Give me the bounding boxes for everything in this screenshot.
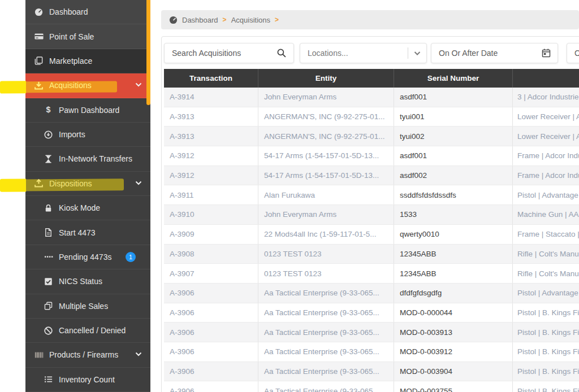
transaction-link[interactable]: A-3914 bbox=[164, 88, 258, 107]
entity-link[interactable]: 0123 TEST 0123 bbox=[258, 264, 394, 283]
entity-link[interactable]: John Everyman Arms bbox=[258, 205, 394, 224]
transaction-link[interactable]: A-3906 bbox=[164, 303, 258, 323]
table-row: A-3906Aa Tactical Enterprise (9-33-065..… bbox=[164, 342, 579, 362]
sidebar-item-dispositions[interactable]: Dispositions bbox=[25, 172, 150, 196]
item-description-link[interactable]: Machine Gun | AAC bbox=[513, 205, 579, 224]
download-icon bbox=[33, 80, 44, 90]
table-header: Transaction Entity Serial Number bbox=[164, 69, 579, 88]
breadcrumb-dashboard[interactable]: Dashboard bbox=[182, 16, 218, 24]
entity-link[interactable]: John Everyman Arms bbox=[258, 88, 394, 107]
transaction-link[interactable]: A-3906 bbox=[164, 323, 258, 342]
transaction-link[interactable]: A-3913 bbox=[164, 107, 258, 127]
search-icon[interactable] bbox=[276, 48, 287, 58]
transaction-link[interactable]: A-3908 bbox=[164, 245, 258, 264]
transaction-link[interactable]: A-3907 bbox=[164, 264, 258, 283]
entity-link[interactable]: 22 Mods4all Inc (1-59-117-01-5... bbox=[258, 225, 394, 244]
table-row: A-3906Aa Tactical Enterprise (9-33-065..… bbox=[164, 284, 579, 303]
calendar-icon[interactable] bbox=[541, 48, 551, 58]
column-header-transaction[interactable]: Transaction bbox=[164, 69, 258, 88]
item-description-link[interactable]: Pistol | B. Kings Fi bbox=[513, 362, 579, 381]
sidebar-item-label: Pending 4473s bbox=[59, 252, 111, 262]
entity-link[interactable]: ANGERMAN'S, INC (9-92-275-01... bbox=[258, 127, 394, 146]
sidebar-item-start-4473[interactable]: Start 4473 bbox=[25, 220, 150, 245]
locations-placeholder: Locations... bbox=[308, 49, 348, 58]
entity-link[interactable]: 0123 TEST 0123 bbox=[258, 245, 394, 264]
sidebar-item-marketplace[interactable]: Marketplace bbox=[25, 49, 150, 73]
chevron-down-icon[interactable] bbox=[413, 49, 422, 58]
sidebar-item-label: Acquisitions bbox=[49, 81, 92, 90]
item-description-link[interactable]: Lower Receiver | A bbox=[513, 127, 579, 146]
sidebar-item-inventory-count[interactable]: Inventory Count bbox=[25, 368, 150, 392]
entity-link[interactable]: Aa Tactical Enterprise (9-33-065... bbox=[258, 303, 394, 323]
chevron-right-icon: > bbox=[275, 16, 279, 24]
entity-link[interactable]: Aa Tactical Enterprise (9-33-065... bbox=[258, 342, 394, 361]
transaction-link[interactable]: A-3906 bbox=[164, 342, 258, 361]
entity-link[interactable]: Aa Tactical Enterprise (9-33-065... bbox=[258, 362, 394, 381]
item-description-link[interactable]: Frame | Adcor Indu bbox=[513, 166, 579, 185]
sidebar-item-nics-status[interactable]: NICS Status bbox=[25, 269, 150, 294]
column-header-entity[interactable]: Entity bbox=[258, 69, 394, 88]
sidebar-item-label: Products / Firearms bbox=[49, 350, 118, 359]
column-header-serial-number[interactable]: Serial Number bbox=[394, 69, 513, 88]
sidebar-item-in-network-transfers[interactable]: In-Network Transfers bbox=[25, 147, 150, 171]
copy-icon bbox=[43, 301, 54, 311]
sidebar-scrollbar-thumb[interactable] bbox=[146, 0, 150, 105]
transaction-link[interactable]: A-3912 bbox=[164, 166, 258, 185]
transaction-link[interactable]: A-3906 bbox=[164, 284, 258, 303]
sidebar: DashboardPoint of SaleMarketplaceAcquisi… bbox=[25, 0, 150, 392]
transaction-link[interactable]: A-3906 bbox=[164, 381, 258, 392]
entity-link[interactable]: 54-17 Arms (1-54-157-01-5D-13... bbox=[258, 146, 394, 165]
sidebar-item-label: Imports bbox=[59, 130, 85, 139]
sidebar-item-pending-4473s[interactable]: Pending 4473s1 bbox=[25, 245, 150, 269]
sidebar-item-multiple-sales[interactable]: Multiple Sales bbox=[25, 294, 150, 319]
sidebar-item-acquisitions[interactable]: Acquisitions bbox=[25, 73, 150, 98]
serial-number-cell: MOD-0-000044 bbox=[394, 303, 513, 323]
sidebar-item-kiosk-mode[interactable]: Kiosk Mode bbox=[25, 196, 150, 220]
item-description-link[interactable]: Pistol | Advantage bbox=[513, 185, 579, 204]
item-description-link[interactable]: Frame | Adcor Indu bbox=[513, 146, 579, 165]
sidebar-item-cancelled-denied[interactable]: Cancelled / Denied bbox=[25, 319, 150, 343]
transaction-link[interactable]: A-3909 bbox=[164, 225, 258, 244]
transaction-link[interactable]: A-3910 bbox=[164, 205, 258, 224]
item-description-link[interactable]: Rifle | Colt's Manu bbox=[513, 245, 579, 264]
item-description-link[interactable]: Pistol | B. Kings Fi bbox=[513, 303, 579, 323]
sidebar-item-label: Kiosk Mode bbox=[59, 203, 100, 212]
on-or-after-date-box bbox=[431, 43, 558, 63]
transaction-link[interactable]: A-3913 bbox=[164, 127, 258, 146]
locations-select[interactable]: Locations... bbox=[300, 43, 427, 63]
sidebar-item-point-of-sale[interactable]: Point of Sale bbox=[25, 24, 150, 49]
breadcrumb-acquisitions[interactable]: Acquisitions bbox=[231, 16, 270, 24]
item-description-link[interactable]: Pistol | B. Kings Fi bbox=[513, 381, 579, 392]
item-description-link[interactable]: Pistol | B. Kings Fi bbox=[513, 323, 579, 342]
entity-link[interactable]: ANGERMAN'S, INC (9-92-275-01... bbox=[258, 107, 394, 127]
item-description-link[interactable]: Pistol | Advantage bbox=[513, 284, 579, 303]
entity-link[interactable]: Aa Tactical Enterprise (9-33-065... bbox=[258, 323, 394, 342]
table-row: A-3910John Everyman Arms1533Machine Gun … bbox=[164, 205, 579, 225]
column-header-item[interactable] bbox=[513, 69, 579, 88]
sidebar-item-pawn-dashboard[interactable]: $Pawn Dashboard bbox=[25, 98, 150, 123]
item-description-link[interactable]: Lower Receiver | A bbox=[513, 107, 579, 127]
table-row: A-3906Aa Tactical Enterprise (9-33-065..… bbox=[164, 381, 579, 392]
svg-text:$: $ bbox=[46, 105, 51, 114]
search-input[interactable] bbox=[165, 49, 276, 58]
entity-link[interactable]: Aa Tactical Enterprise (9-33-065... bbox=[258, 284, 394, 303]
item-description-link[interactable]: Rifle | Colt's Manu bbox=[513, 264, 579, 283]
item-description-link[interactable]: 3 | Adcor Industrie bbox=[513, 88, 579, 107]
transaction-link[interactable]: A-3912 bbox=[164, 146, 258, 165]
item-description-link[interactable]: Pistol | B. Kings Fi bbox=[513, 342, 579, 361]
on-or-before-date-box[interactable]: O bbox=[567, 43, 579, 63]
entity-link[interactable]: Aa Tactical Enterprise (9-33-065... bbox=[258, 381, 394, 392]
lock-icon bbox=[43, 203, 54, 213]
transaction-link[interactable]: A-3911 bbox=[164, 185, 258, 204]
item-description-link[interactable]: Frame | Staccato | bbox=[513, 225, 579, 244]
sidebar-item-products-firearms[interactable]: Products / Firearms bbox=[25, 343, 150, 367]
entity-link[interactable]: Alan Furukawa bbox=[258, 185, 394, 204]
entity-link[interactable]: 54-17 Arms (1-54-157-01-5D-13... bbox=[258, 166, 394, 185]
sidebar-item-dashboard[interactable]: Dashboard bbox=[25, 0, 150, 24]
on-or-after-date-input[interactable] bbox=[431, 49, 541, 58]
serial-number-cell: MOD-0-003755 bbox=[394, 381, 513, 392]
table-row: A-39070123 TEST 012312345ABBRifle | Colt… bbox=[164, 264, 579, 284]
sidebar-item-label: Pawn Dashboard bbox=[59, 106, 119, 115]
sidebar-item-imports[interactable]: Imports bbox=[25, 123, 150, 147]
transaction-link[interactable]: A-3906 bbox=[164, 362, 258, 381]
